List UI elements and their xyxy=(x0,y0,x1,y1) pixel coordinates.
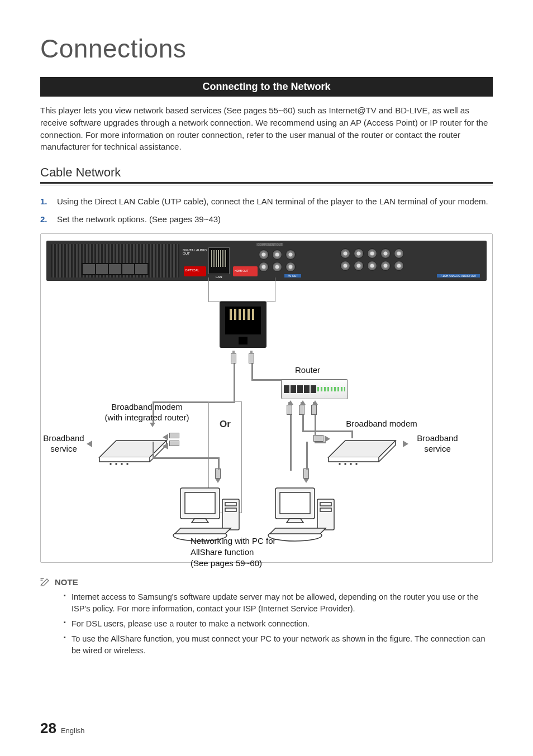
svg-rect-9 xyxy=(185,492,215,514)
arrow-up-icon xyxy=(300,400,306,405)
svg-rect-15 xyxy=(280,492,310,514)
right-modem-label: Broadband modem xyxy=(326,418,437,429)
svg-rect-12 xyxy=(225,508,236,511)
cable-line xyxy=(302,415,304,432)
svg-rect-18 xyxy=(320,508,331,511)
step-number: 1. xyxy=(40,195,50,208)
note-heading: NOTE xyxy=(40,577,493,587)
section-heading-bar: Connecting to the Network xyxy=(40,77,493,97)
note-item: To use the AllShare function, you must c… xyxy=(64,633,493,657)
svg-point-7 xyxy=(356,463,357,465)
step-text: Set the network options. (See pages 39~4… xyxy=(57,213,221,226)
panel-ports-mid: DIGITAL AUDIO OUT xyxy=(182,244,254,277)
note-heading-text: NOTE xyxy=(55,577,78,587)
rj45-plug-icon xyxy=(303,468,309,479)
arrow-right-icon xyxy=(325,436,330,442)
step-1: 1. Using the Direct LAN Cable (UTP cable… xyxy=(40,195,493,208)
arrow-down-icon xyxy=(150,423,155,427)
rj45-plug-icon xyxy=(299,405,304,415)
svg-point-5 xyxy=(345,463,346,465)
modem-left-icon xyxy=(94,429,172,468)
step-2: 2. Set the network options. (See pages 3… xyxy=(40,213,493,226)
svg-point-2 xyxy=(121,463,122,465)
note-pencil-icon xyxy=(40,577,50,586)
page-number: 28 xyxy=(40,720,56,737)
rj45-plug-icon xyxy=(215,468,221,479)
step-text: Using the Direct LAN Cable (UTP cable), … xyxy=(57,195,488,208)
arrow-up-icon xyxy=(288,400,293,405)
cable-line xyxy=(306,442,308,470)
optical-port xyxy=(184,266,206,276)
page-footer: 28 English xyxy=(40,720,85,737)
cable-line xyxy=(153,457,218,459)
network-diagram: DIGITAL AUDIO OUT COMPONENT OUT AV OUT 7… xyxy=(40,233,493,563)
router-label: Router xyxy=(295,365,320,376)
cable-line xyxy=(251,363,253,380)
page-title: Connections xyxy=(40,34,493,64)
svg-point-1 xyxy=(116,463,117,465)
cable-line xyxy=(153,442,154,458)
cable-network-heading: Cable Network xyxy=(40,165,493,180)
intro-paragraph: This player lets you view network based … xyxy=(40,104,493,153)
step-number: 2. xyxy=(40,213,50,226)
vent-grille xyxy=(51,244,179,277)
or-label: Or xyxy=(220,419,231,430)
pc-right-icon xyxy=(264,482,348,549)
rj45-plug-icon xyxy=(249,353,254,363)
callout-lines xyxy=(208,277,275,302)
lan-port xyxy=(208,247,230,274)
note-item: Internet access to Samsung's software up… xyxy=(64,591,493,615)
rj45-plug-icon xyxy=(311,405,317,415)
svg-point-6 xyxy=(350,463,351,465)
left-modem-label: Broadband modem (with integrated router) xyxy=(97,401,197,423)
svg-rect-17 xyxy=(320,503,331,506)
divider-thick xyxy=(40,182,493,184)
svg-point-0 xyxy=(110,463,111,465)
cable-line xyxy=(290,415,292,471)
cable-line xyxy=(218,457,220,470)
svg-point-3 xyxy=(127,463,128,465)
steps-list: 1. Using the Direct LAN Cable (UTP cable… xyxy=(40,195,493,226)
note-item: For DSL users, please use a router to ma… xyxy=(64,618,493,630)
lan-jack-closeup xyxy=(220,301,266,348)
av-out-label: AV OUT xyxy=(284,274,301,277)
divider-thin xyxy=(40,185,493,185)
modem-port-icons xyxy=(169,433,183,448)
rj45-plug-icon xyxy=(287,405,292,415)
analog-audio-out-label: 7.1CH ANALOG AUDIO OUT xyxy=(437,274,480,277)
arrow-left-icon xyxy=(87,441,92,447)
svg-point-4 xyxy=(339,463,340,465)
arrow-right-icon xyxy=(403,441,408,447)
svg-rect-11 xyxy=(225,503,236,506)
arrow-left-icon xyxy=(163,443,168,449)
player-back-panel: DIGITAL AUDIO OUT COMPONENT OUT AV OUT 7… xyxy=(46,241,487,281)
hdmi-out-port xyxy=(233,266,258,276)
broadband-service-right-label: Broadband service xyxy=(410,433,465,454)
modem-right-icon xyxy=(323,429,401,468)
modem-port-icon xyxy=(313,435,323,442)
arrow-up-icon xyxy=(312,400,318,405)
digital-audio-out-label: DIGITAL AUDIO OUT xyxy=(183,248,207,255)
diagram-caption: Networking with PC for AllShare function… xyxy=(191,535,276,570)
cable-line xyxy=(234,363,235,403)
language-label: English xyxy=(61,726,85,735)
router-icon xyxy=(281,379,348,399)
arrow-left-icon xyxy=(163,434,168,441)
rj45-plug-icon xyxy=(231,353,236,363)
component-out-label: COMPONENT OUT xyxy=(256,243,283,246)
panel-ports-right: COMPONENT OUT AV OUT 7.1CH ANALOG AUDIO … xyxy=(256,244,482,277)
broadband-service-left-label: Broadband service xyxy=(39,433,89,454)
notes-list: Internet access to Samsung's software up… xyxy=(40,591,493,657)
